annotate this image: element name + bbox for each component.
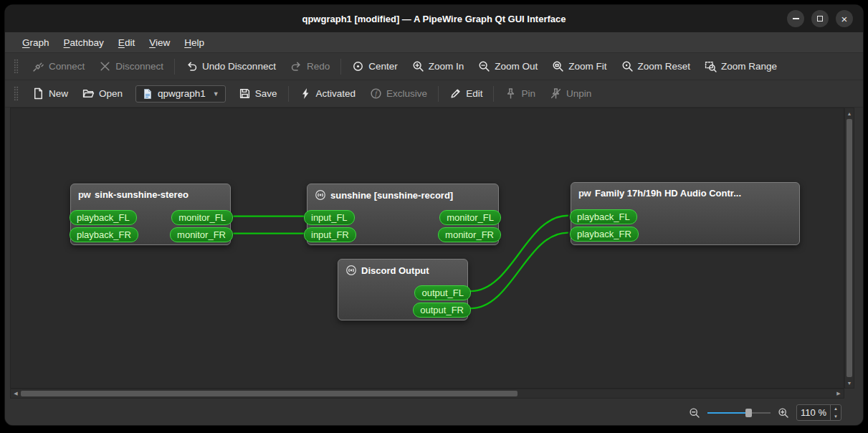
unpin-icon bbox=[550, 87, 562, 100]
maximize-button[interactable] bbox=[811, 10, 829, 27]
edit-button[interactable]: Edit bbox=[442, 83, 490, 104]
zoom-out-icon bbox=[478, 60, 490, 72]
redo-button[interactable]: Redo bbox=[283, 56, 337, 77]
toolbar-separator bbox=[288, 86, 289, 102]
toolbar-separator bbox=[340, 59, 341, 75]
scroll-right-icon[interactable]: ▶ bbox=[834, 389, 843, 398]
toolbar-drag-handle[interactable] bbox=[14, 59, 19, 74]
cables-layer bbox=[11, 108, 844, 388]
horizontal-scrollbar-thumb[interactable] bbox=[21, 391, 518, 396]
activated-label: Activated bbox=[316, 88, 356, 99]
unpin-button[interactable]: Unpin bbox=[543, 83, 598, 104]
node-family-hd-audio[interactable]: pw Family 17h/19h HD Audio Contr... play… bbox=[571, 182, 800, 245]
scroll-up-icon[interactable]: ▲ bbox=[845, 109, 854, 118]
pin-icon bbox=[505, 87, 517, 100]
unpin-label: Unpin bbox=[566, 88, 591, 99]
port-playback-fr[interactable]: playback_FR bbox=[70, 227, 138, 242]
node-header: pw Family 17h/19h HD Audio Contr... bbox=[571, 183, 799, 199]
redo-icon bbox=[290, 60, 302, 72]
node-discord-output[interactable]: Discord Output output_FL output_FR bbox=[338, 259, 468, 320]
zoom-in-icon bbox=[412, 60, 424, 72]
undo-disconnect-button[interactable]: Undo Disconnect bbox=[178, 56, 283, 77]
zoom-slider-handle[interactable] bbox=[745, 409, 752, 417]
port-playback-fl[interactable]: playback_FL bbox=[70, 210, 137, 225]
port-output-fl[interactable]: output_FL bbox=[414, 285, 471, 300]
undo-disconnect-label: Undo Disconnect bbox=[202, 61, 276, 72]
node-title: Family 17h/19h HD Audio Contr... bbox=[595, 188, 741, 199]
port-input-fr[interactable]: input_FR bbox=[304, 227, 356, 242]
minimize-icon bbox=[793, 18, 799, 19]
zoom-fit-label: Zoom Fit bbox=[568, 61, 606, 72]
stream-icon bbox=[315, 189, 326, 201]
save-label: Save bbox=[255, 88, 277, 99]
patchbay-combo[interactable]: qpwgraph1 ▼ bbox=[135, 85, 226, 103]
disconnect-button[interactable]: Disconnect bbox=[92, 56, 171, 77]
menu-item-patchbay[interactable]: Patchbay bbox=[57, 34, 111, 51]
menu-item-edit[interactable]: Edit bbox=[111, 34, 142, 51]
activated-button[interactable]: Activated bbox=[292, 83, 363, 104]
zoom-out-button[interactable]: Zoom Out bbox=[471, 56, 545, 77]
patchbay-file-icon bbox=[142, 88, 153, 100]
open-button[interactable]: Open bbox=[75, 83, 130, 104]
port-monitor-fr[interactable]: monitor_FR bbox=[438, 227, 501, 242]
node-title: sunshine [sunshine-record] bbox=[330, 190, 453, 201]
window-controls: × bbox=[787, 5, 853, 32]
open-folder-icon bbox=[82, 87, 95, 100]
port-input-fl[interactable]: input_FL bbox=[304, 210, 355, 225]
exclusive-button[interactable]: f Exclusive bbox=[363, 83, 434, 104]
new-button[interactable]: New bbox=[25, 83, 75, 104]
zoom-spinbox[interactable]: 110 % ▲ ▼ bbox=[796, 404, 841, 421]
spin-down-button[interactable]: ▼ bbox=[831, 413, 841, 421]
spin-up-button[interactable]: ▲ bbox=[831, 405, 841, 413]
disconnect-label: Disconnect bbox=[115, 61, 163, 72]
horizontal-scrollbar[interactable]: ◀ ▶ bbox=[10, 389, 844, 399]
node-header: sunshine [sunshine-record] bbox=[307, 184, 498, 201]
node-sunshine-record[interactable]: sunshine [sunshine-record] input_FL inpu… bbox=[307, 184, 499, 245]
app-window: qpwgraph1 [modified] — A PipeWire Graph … bbox=[5, 5, 863, 425]
zoom-slider-track bbox=[749, 412, 771, 414]
maximize-icon bbox=[817, 16, 823, 22]
zoom-fit-button[interactable]: Zoom Fit bbox=[545, 56, 614, 77]
node-sink-sunshine-stereo[interactable]: pw sink-sunshine-stereo playback_FL play… bbox=[70, 184, 231, 245]
close-button[interactable]: × bbox=[836, 10, 853, 27]
zoom-reset-icon bbox=[621, 60, 634, 72]
minimize-button[interactable] bbox=[787, 10, 804, 27]
close-icon: × bbox=[841, 14, 848, 24]
zoom-slider[interactable] bbox=[707, 407, 771, 419]
port-monitor-fl[interactable]: monitor_FL bbox=[439, 210, 501, 225]
menu-item-help[interactable]: Help bbox=[177, 34, 211, 51]
zoom-in-label: Zoom In bbox=[429, 61, 464, 72]
port-playback-fr[interactable]: playback_FR bbox=[570, 227, 639, 242]
stream-icon bbox=[345, 265, 357, 276]
menu-item-graph[interactable]: Graph bbox=[15, 34, 57, 51]
save-icon bbox=[239, 87, 251, 100]
zoom-in-button[interactable]: Zoom In bbox=[405, 56, 472, 77]
menubar: Graph Patchbay Edit View Help bbox=[5, 32, 863, 53]
toolbar-separator bbox=[493, 86, 494, 102]
disconnect-icon bbox=[99, 60, 111, 72]
vertical-scrollbar[interactable]: ▲ ▼ bbox=[844, 108, 854, 389]
menu-item-view[interactable]: View bbox=[142, 34, 177, 51]
graph-canvas[interactable]: pw sink-sunshine-stereo playback_FL play… bbox=[10, 108, 844, 389]
zoom-value[interactable]: 110 % bbox=[797, 405, 830, 420]
port-output-fr[interactable]: output_FR bbox=[413, 303, 471, 318]
toolbar-separator bbox=[174, 59, 175, 75]
titlebar: qpwgraph1 [modified] — A PipeWire Graph … bbox=[5, 5, 863, 32]
exclusive-icon: f bbox=[370, 87, 382, 100]
vertical-scrollbar-thumb[interactable] bbox=[846, 119, 852, 377]
zoom-range-button[interactable]: Zoom Range bbox=[697, 56, 784, 77]
center-button[interactable]: Center bbox=[345, 56, 405, 77]
connect-button[interactable]: Connect bbox=[25, 56, 92, 77]
pipewire-icon: pw bbox=[578, 188, 591, 199]
node-title: Discord Output bbox=[361, 265, 429, 276]
toolbar-drag-handle[interactable] bbox=[14, 86, 19, 101]
port-monitor-fl[interactable]: monitor_FL bbox=[171, 210, 233, 225]
new-file-icon bbox=[32, 87, 44, 100]
save-button[interactable]: Save bbox=[232, 83, 285, 104]
scroll-left-icon[interactable]: ◀ bbox=[11, 389, 20, 398]
scroll-down-icon[interactable]: ▼ bbox=[845, 379, 854, 387]
pin-button[interactable]: Pin bbox=[497, 83, 543, 104]
port-playback-fl[interactable]: playback_FL bbox=[570, 209, 637, 224]
port-monitor-fr[interactable]: monitor_FR bbox=[170, 227, 233, 242]
zoom-reset-button[interactable]: Zoom Reset bbox=[614, 56, 698, 77]
